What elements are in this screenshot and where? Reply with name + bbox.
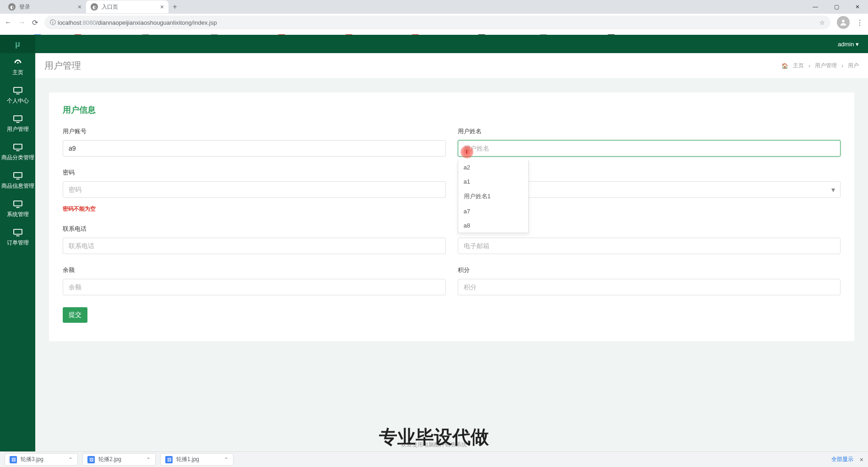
cursor-marker: I — [461, 146, 473, 158]
form-group-account: 用户账号 — [63, 127, 446, 157]
sidebar-label: 商品信息管理 — [1, 182, 34, 190]
address-row: ← → ⟳ ⓘ localhost:8080/diannaopeijianxia… — [0, 14, 868, 31]
dashboard-icon — [13, 58, 23, 66]
username-input[interactable] — [458, 140, 841, 157]
info-icon[interactable]: ⓘ — [50, 18, 56, 27]
autocomplete-item[interactable]: a2 — [458, 160, 528, 174]
new-tab-button[interactable]: + — [168, 3, 181, 11]
download-item[interactable]: 🖼 轮播3.jpg ⌃ — [5, 453, 78, 466]
tabs-row: ◐ 登录 × ◐ 入口页 × + — ▢ ✕ — [0, 0, 868, 14]
phone-label: 联系电话 — [63, 225, 446, 233]
close-icon[interactable]: × — [78, 3, 81, 11]
phone-input[interactable] — [63, 238, 446, 254]
email-input[interactable] — [458, 238, 841, 254]
password-error: 密码不能为空 — [63, 205, 446, 213]
breadcrumb-home[interactable]: 主页 — [793, 62, 804, 70]
url-port: :8080 — [81, 19, 96, 26]
close-icon[interactable]: ✕ — [847, 0, 868, 14]
chevron-up-icon[interactable]: ⌃ — [146, 456, 151, 463]
close-icon[interactable]: × — [860, 456, 863, 463]
points-label: 积分 — [458, 266, 841, 274]
maximize-icon[interactable]: ▢ — [826, 0, 847, 14]
topbar-user-dropdown[interactable]: admin ▾ — [838, 41, 859, 48]
svg-point-0 — [842, 20, 845, 22]
download-bar: 🖼 轮播3.jpg ⌃ 🖼 轮播2.jpg ⌃ 🖼 轮播1.jpg ⌃ 全部显示… — [0, 451, 868, 467]
url-path: /diannaopeijianxiaoshouguanlixitong/inde… — [96, 19, 217, 26]
form-grid: 用户账号 用户姓名 I a2 a1 用户姓名1 a7 a8 — [63, 127, 841, 323]
svg-rect-11 — [14, 87, 22, 92]
card-title: 用户信息 — [63, 104, 841, 115]
chevron-right-icon: › — [808, 63, 810, 69]
url-bar[interactable]: ⓘ localhost:8080/diannaopeijianxiaoshoug… — [44, 16, 830, 29]
svg-rect-19 — [14, 201, 22, 206]
svg-point-10 — [17, 62, 18, 64]
sidebar-item-category[interactable]: 商品分类管理 — [0, 138, 35, 167]
password-input[interactable] — [63, 181, 446, 198]
breadcrumb: 🏠 主页 › 用户管理 › 用户 — [781, 62, 859, 70]
sidebar-label: 个人中心 — [7, 97, 29, 105]
app: μ 主页 个人中心 用户管理 商品分类管理 商品信息管理 系统管理 订单管理 a… — [0, 35, 868, 451]
sidebar-item-product[interactable]: 商品信息管理 — [0, 167, 35, 195]
breadcrumb-section[interactable]: 用户管理 — [815, 62, 837, 70]
chevron-up-icon[interactable]: ⌃ — [68, 456, 73, 463]
download-show-all[interactable]: 全部显示 — [831, 456, 853, 463]
points-input[interactable] — [458, 279, 841, 295]
download-item[interactable]: 🖼 轮播1.jpg ⌃ — [160, 453, 233, 466]
close-icon[interactable]: × — [160, 3, 164, 11]
image-icon: 🖼 — [10, 456, 17, 463]
sidebar-item-orders[interactable]: 订单管理 — [0, 223, 35, 252]
download-item[interactable]: 🖼 轮播2.jpg ⌃ — [82, 453, 156, 466]
sidebar-label: 订单管理 — [7, 239, 29, 247]
main: admin ▾ 用户管理 🏠 主页 › 用户管理 › 用户 用户信息 用户账号 — [35, 35, 868, 451]
globe-icon: ◐ — [8, 3, 16, 11]
download-filename: 轮播2.jpg — [98, 456, 121, 463]
sidebar-item-home[interactable]: 主页 — [0, 53, 35, 81]
username-label: 用户姓名 — [458, 127, 841, 136]
forward-icon[interactable]: → — [18, 18, 26, 27]
monitor-icon — [13, 228, 23, 237]
autocomplete-item[interactable]: a1 — [458, 174, 528, 189]
chevron-up-icon[interactable]: ⌃ — [224, 456, 228, 463]
balance-input[interactable] — [63, 279, 446, 295]
star-icon[interactable]: ☆ — [819, 19, 825, 26]
reload-icon[interactable]: ⟳ — [32, 18, 38, 27]
image-icon: 🖼 — [165, 456, 173, 463]
image-icon: 🖼 — [87, 456, 95, 463]
page-header: 用户管理 🏠 主页 › 用户管理 › 用户 — [35, 53, 868, 79]
svg-rect-13 — [14, 116, 22, 121]
chevron-down-icon: ▾ — [856, 41, 859, 48]
topbar-user-label: admin — [838, 41, 854, 48]
monitor-icon — [13, 115, 23, 123]
browser-tab[interactable]: ◐ 登录 × — [4, 0, 86, 13]
card-user-info: 用户信息 用户账号 用户姓名 I a2 a1 用户姓名1 — [49, 92, 854, 341]
watermark-text: 专业毕设代做 — [379, 424, 489, 450]
autocomplete-item[interactable]: 用户姓名1 — [458, 189, 528, 204]
browser-tab-active[interactable]: ◐ 入口页 × — [86, 0, 168, 13]
sidebar-item-profile[interactable]: 个人中心 — [0, 81, 35, 110]
autocomplete-item[interactable]: a7 — [458, 204, 528, 218]
minimize-icon[interactable]: — — [805, 0, 826, 14]
menu-dots-icon[interactable]: ⋮ — [856, 18, 863, 27]
profile-icon[interactable] — [837, 16, 850, 29]
svg-rect-15 — [14, 144, 22, 149]
sidebar-label: 商品分类管理 — [1, 154, 34, 162]
svg-rect-17 — [14, 173, 22, 178]
submit-button[interactable]: 提交 — [63, 307, 87, 323]
sidebar-item-users[interactable]: 用户管理 — [0, 110, 35, 138]
balance-label: 余额 — [63, 266, 446, 274]
account-input[interactable] — [63, 140, 446, 157]
autocomplete-item[interactable]: a8 — [458, 218, 528, 233]
sidebar: μ 主页 个人中心 用户管理 商品分类管理 商品信息管理 系统管理 订单管理 — [0, 35, 35, 451]
form-group-balance: 余额 — [63, 266, 446, 295]
password-label: 密码 — [63, 168, 446, 177]
page-title: 用户管理 — [44, 60, 81, 72]
window-controls: — ▢ ✕ — [805, 0, 868, 14]
back-icon[interactable]: ← — [5, 18, 12, 27]
sidebar-logo[interactable]: μ — [0, 35, 35, 53]
sidebar-item-system[interactable]: 系统管理 — [0, 195, 35, 223]
globe-icon: ◐ — [91, 3, 98, 11]
monitor-icon — [13, 143, 23, 152]
monitor-icon — [13, 172, 23, 180]
download-filename: 轮播1.jpg — [176, 456, 199, 463]
topbar: admin ▾ — [35, 35, 868, 53]
